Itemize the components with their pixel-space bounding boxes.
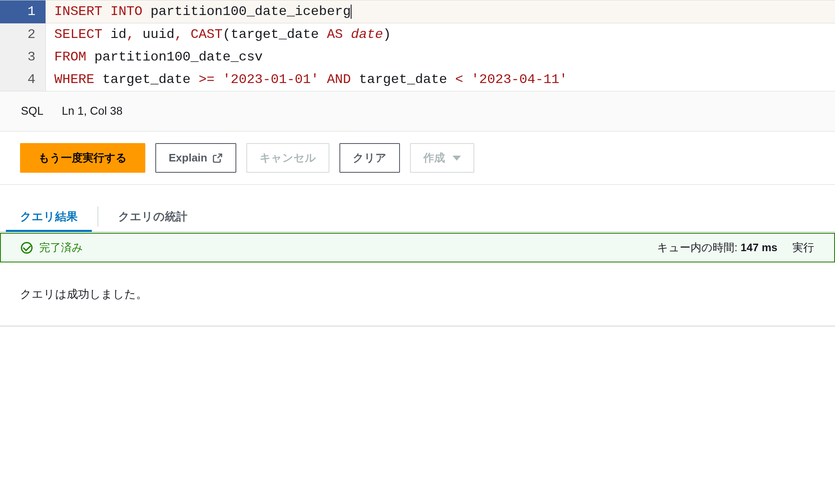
query-toolbar: もう一度実行する Explain キャンセル クリア 作成: [0, 131, 835, 185]
editor-language: SQL: [21, 105, 43, 118]
results-tabs: クエリ結果 クエリの統計: [0, 202, 835, 232]
line-number: 3: [0, 46, 46, 68]
status-label: 完了済み: [39, 240, 83, 255]
result-status-bar: 完了済み キュー内の時間: 147 ms 実行: [0, 233, 835, 262]
tab-query-stats[interactable]: クエリの統計: [98, 202, 207, 232]
line-number: 2: [0, 23, 46, 46]
clear-button[interactable]: クリア: [339, 143, 400, 173]
code-line[interactable]: 4WHERE target_date >= '2023-01-01' AND t…: [0, 68, 835, 91]
explain-button[interactable]: Explain: [155, 143, 236, 173]
line-number: 1: [0, 0, 46, 23]
text-cursor: [351, 5, 352, 19]
queue-time-value: 147 ms: [741, 241, 777, 254]
sql-editor[interactable]: 1INSERT INTO partition100_date_iceberg2S…: [0, 0, 835, 91]
code-content[interactable]: FROM partition100_date_csv: [46, 46, 835, 68]
cursor-position: Ln 1, Col 38: [62, 105, 123, 118]
timing-info: キュー内の時間: 147 ms 実行: [657, 240, 814, 255]
external-link-icon: [212, 153, 223, 164]
cancel-button[interactable]: キャンセル: [246, 143, 329, 173]
code-line[interactable]: 3FROM partition100_date_csv: [0, 46, 835, 68]
explain-label: Explain: [169, 151, 207, 164]
create-label: 作成: [423, 151, 445, 165]
code-content[interactable]: WHERE target_date >= '2023-01-01' AND ta…: [46, 68, 835, 91]
queue-time-label: キュー内の時間:: [657, 241, 737, 254]
result-message: クエリは成功しました。: [0, 262, 835, 326]
tab-query-results[interactable]: クエリ結果: [0, 202, 98, 232]
line-number: 4: [0, 68, 46, 91]
chevron-down-icon: [453, 156, 461, 161]
create-dropdown-button[interactable]: 作成: [410, 143, 474, 173]
code-line[interactable]: 1INSERT INTO partition100_date_iceberg: [0, 0, 835, 23]
exec-time-prefix: 実行: [792, 240, 814, 255]
editor-status-bar: SQL Ln 1, Col 38: [0, 91, 835, 131]
code-line[interactable]: 2SELECT id, uuid, CAST(target_date AS da…: [0, 23, 835, 46]
code-content[interactable]: SELECT id, uuid, CAST(target_date AS dat…: [46, 23, 835, 46]
code-content[interactable]: INSERT INTO partition100_date_iceberg: [46, 0, 835, 23]
success-icon: [21, 242, 33, 254]
run-again-button[interactable]: もう一度実行する: [20, 143, 145, 173]
